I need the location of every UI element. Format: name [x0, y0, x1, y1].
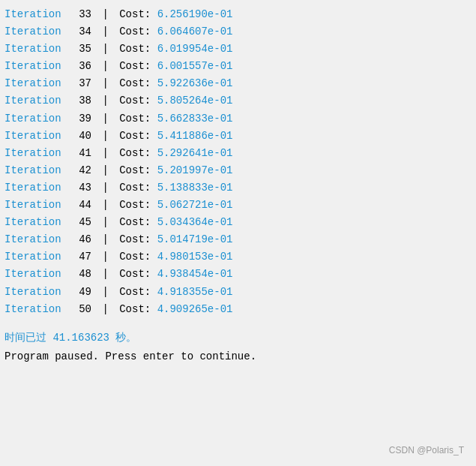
iteration-row: Iteration 47 | Cost: 4.980153e-01 — [4, 248, 472, 266]
iteration-number: 34 — [64, 23, 91, 41]
cost-label: Cost: — [119, 231, 157, 248]
iteration-label: Iteration — [4, 214, 64, 231]
iteration-row: Iteration 49 | Cost: 4.918355e-01 — [4, 284, 472, 301]
iteration-row: Iteration 33 | Cost: 6.256190e-01 — [4, 6, 472, 23]
cost-value: 5.014719e-01 — [157, 231, 233, 248]
separator: | — [91, 110, 119, 128]
elapsed-time: 时间已过 41.163623 秒。 — [4, 329, 472, 347]
separator: | — [91, 145, 119, 162]
separator: | — [91, 266, 119, 283]
cost-value: 6.064607e-01 — [157, 23, 233, 41]
iteration-label: Iteration — [4, 145, 64, 162]
iteration-row: Iteration 44 | Cost: 5.062721e-01 — [4, 197, 472, 214]
iteration-label: Iteration — [4, 179, 64, 197]
cost-label: Cost: — [119, 6, 157, 23]
iteration-number: 45 — [64, 214, 91, 231]
cost-value: 6.001557e-01 — [157, 58, 233, 75]
cost-value: 5.138833e-01 — [157, 179, 233, 197]
cost-value: 6.019954e-01 — [157, 41, 233, 58]
separator: | — [91, 214, 119, 231]
cost-value: 5.662833e-01 — [157, 110, 233, 128]
separator: | — [91, 58, 119, 75]
cost-label: Cost: — [119, 92, 157, 110]
iteration-row: Iteration 38 | Cost: 5.805264e-01 — [4, 92, 472, 110]
iteration-number: 35 — [64, 41, 91, 58]
iteration-row: Iteration 42 | Cost: 5.201997e-01 — [4, 162, 472, 179]
iteration-label: Iteration — [4, 58, 64, 75]
iteration-label: Iteration — [4, 266, 64, 283]
cost-label: Cost: — [119, 266, 157, 283]
cost-value: 4.909265e-01 — [157, 301, 233, 318]
iteration-row: Iteration 34 | Cost: 6.064607e-01 — [4, 23, 472, 41]
iteration-label: Iteration — [4, 92, 64, 110]
separator: | — [91, 6, 119, 23]
cost-value: 5.922636e-01 — [157, 75, 233, 92]
iteration-number: 37 — [64, 75, 91, 92]
iteration-row: Iteration 50 | Cost: 4.909265e-01 — [4, 301, 472, 318]
iteration-row: Iteration 46 | Cost: 5.014719e-01 — [4, 231, 472, 248]
separator: | — [91, 92, 119, 110]
separator: | — [91, 75, 119, 92]
cost-label: Cost: — [119, 23, 157, 41]
separator: | — [91, 248, 119, 266]
iteration-label: Iteration — [4, 41, 64, 58]
program-paused: Program paused. Press enter to continue. — [4, 347, 472, 366]
iteration-number: 49 — [64, 284, 91, 301]
cost-label: Cost: — [119, 110, 157, 128]
cost-label: Cost: — [119, 75, 157, 92]
iteration-row: Iteration 45 | Cost: 5.034364e-01 — [4, 214, 472, 231]
iteration-row: Iteration 36 | Cost: 6.001557e-01 — [4, 58, 472, 75]
separator: | — [91, 301, 119, 318]
iteration-label: Iteration — [4, 75, 64, 92]
separator: | — [91, 23, 119, 41]
cost-label: Cost: — [119, 197, 157, 214]
cost-label: Cost: — [119, 301, 157, 318]
iteration-number: 46 — [64, 231, 91, 248]
iteration-label: Iteration — [4, 301, 64, 318]
iteration-label: Iteration — [4, 248, 64, 266]
iteration-number: 33 — [64, 6, 91, 23]
cost-value: 4.938454e-01 — [157, 266, 233, 283]
separator: | — [91, 197, 119, 214]
iteration-label: Iteration — [4, 284, 64, 301]
cost-label: Cost: — [119, 128, 157, 145]
separator: | — [91, 162, 119, 179]
separator: | — [91, 179, 119, 197]
cost-value: 5.062721e-01 — [157, 197, 233, 214]
cost-value: 4.980153e-01 — [157, 248, 233, 266]
cost-value: 5.201997e-01 — [157, 162, 233, 179]
iteration-label: Iteration — [4, 6, 64, 23]
iteration-row: Iteration 37 | Cost: 5.922636e-01 — [4, 75, 472, 92]
iteration-number: 43 — [64, 179, 91, 197]
separator: | — [91, 128, 119, 145]
cost-value: 5.034364e-01 — [157, 214, 233, 231]
iteration-number: 39 — [64, 110, 91, 128]
iteration-row: Iteration 43 | Cost: 5.138833e-01 — [4, 179, 472, 197]
iteration-label: Iteration — [4, 110, 64, 128]
cost-label: Cost: — [119, 248, 157, 266]
cost-label: Cost: — [119, 284, 157, 301]
cost-value: 5.411886e-01 — [157, 128, 233, 145]
watermark: CSDN @Polaris_T — [389, 445, 464, 455]
iteration-number: 42 — [64, 162, 91, 179]
separator: | — [91, 41, 119, 58]
cost-value: 5.805264e-01 — [157, 92, 233, 110]
iteration-row: Iteration 41 | Cost: 5.292641e-01 — [4, 145, 472, 162]
iteration-label: Iteration — [4, 197, 64, 214]
cost-label: Cost: — [119, 179, 157, 197]
cost-value: 4.918355e-01 — [157, 284, 233, 301]
cost-label: Cost: — [119, 41, 157, 58]
iteration-number: 50 — [64, 301, 91, 318]
iteration-label: Iteration — [4, 162, 64, 179]
iteration-number: 38 — [64, 92, 91, 110]
iteration-label: Iteration — [4, 128, 64, 145]
cost-label: Cost: — [119, 162, 157, 179]
iteration-number: 48 — [64, 266, 91, 283]
iteration-number: 47 — [64, 248, 91, 266]
iteration-number: 40 — [64, 128, 91, 145]
cost-label: Cost: — [119, 145, 157, 162]
iteration-number: 36 — [64, 58, 91, 75]
iteration-label: Iteration — [4, 23, 64, 41]
console-output: Iteration 33 | Cost: 6.256190e-01Iterati… — [4, 3, 472, 321]
iteration-label: Iteration — [4, 231, 64, 248]
